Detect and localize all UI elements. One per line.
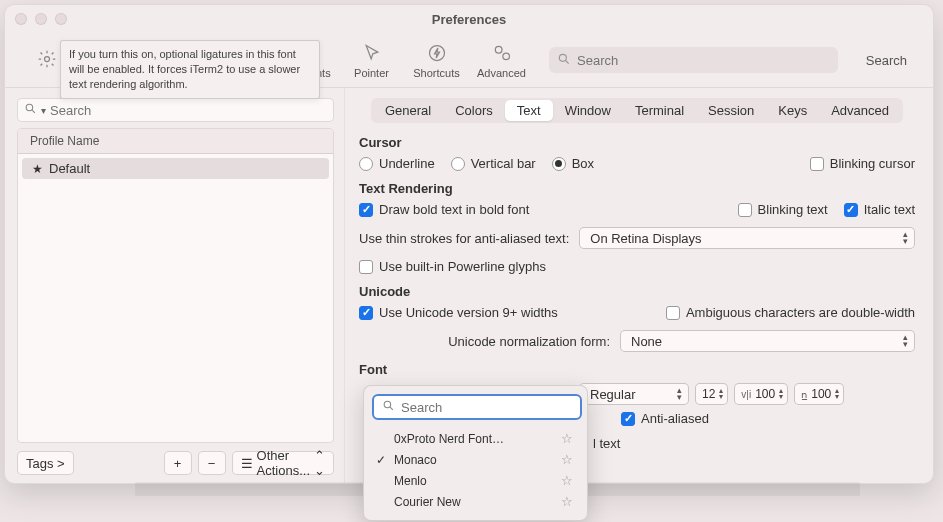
- bold-check[interactable]: Draw bold text in bold font: [359, 202, 529, 217]
- profiles-body: ★ Default: [18, 154, 333, 442]
- cursor-box-radio[interactable]: Box: [552, 156, 594, 171]
- svg-point-13: [384, 401, 391, 408]
- textrender-title: Text Rendering: [359, 181, 915, 196]
- menu-icon: ☰: [241, 456, 253, 471]
- unicode-norm-select[interactable]: None ▴▾: [620, 330, 915, 352]
- toolbar-item-pointer[interactable]: Pointer: [344, 41, 399, 79]
- tab-terminal[interactable]: Terminal: [623, 100, 696, 121]
- tab-keys[interactable]: Keys: [766, 100, 819, 121]
- char-width-stepper[interactable]: v|i 100 ▴▾: [734, 383, 788, 405]
- line-height-stepper[interactable]: n̲ 100 ▴▾: [794, 383, 844, 405]
- profiles-search-input[interactable]: [50, 103, 327, 118]
- tab-text[interactable]: Text: [505, 100, 553, 121]
- vertical-spacing-icon: n̲: [801, 389, 807, 400]
- chevron-updown-icon: ⌃⌄: [314, 448, 325, 478]
- unicode9-check[interactable]: Use Unicode version 9+ widths: [359, 305, 558, 320]
- add-profile-button[interactable]: +: [164, 451, 192, 475]
- toolbar-item-shortcuts[interactable]: Shortcuts: [409, 41, 464, 79]
- star-outline-icon[interactable]: ☆: [561, 473, 573, 488]
- star-outline-icon[interactable]: ☆: [561, 452, 573, 467]
- font-option[interactable]: ✓Monaco☆: [370, 449, 581, 470]
- unicode-norm-label: Unicode normalization form:: [448, 334, 610, 349]
- thin-strokes-label: Use thin strokes for anti-aliased text:: [359, 231, 569, 246]
- gear-icon: [35, 47, 59, 71]
- tab-session[interactable]: Session: [696, 100, 766, 121]
- thin-strokes-row: Use thin strokes for anti-aliased text: …: [359, 227, 915, 249]
- blinking-cursor-check[interactable]: Blinking cursor: [810, 156, 915, 171]
- bolt-icon: [425, 41, 449, 65]
- unicode-title: Unicode: [359, 284, 915, 299]
- toolbar-search-input[interactable]: [577, 53, 830, 68]
- search-icon: [24, 102, 37, 118]
- chevron-updown-icon: ▴▾: [903, 334, 908, 348]
- toolbar-search[interactable]: [549, 47, 838, 73]
- profiles-footer: Tags > + − ☰ Other Actions... ⌃⌄: [17, 451, 334, 475]
- check-icon: ✓: [376, 453, 386, 467]
- cursor-vertical-radio[interactable]: Vertical bar: [451, 156, 536, 171]
- font-search[interactable]: [372, 394, 582, 420]
- svg-point-10: [502, 53, 509, 60]
- star-outline-icon[interactable]: ☆: [561, 431, 573, 446]
- chevron-updown-icon: ▴▾: [677, 387, 682, 401]
- cursor-underline-radio[interactable]: Underline: [359, 156, 435, 171]
- font-option[interactable]: 0xProto Nerd Font…☆: [370, 428, 581, 449]
- font-list: 0xProto Nerd Font…☆ ✓Monaco☆ Menlo☆ Cour…: [364, 428, 587, 512]
- tab-general[interactable]: General: [373, 100, 443, 121]
- stepper-arrows-icon[interactable]: ▴▾: [719, 388, 723, 400]
- tab-advanced[interactable]: Advanced: [819, 100, 901, 121]
- profiles-header[interactable]: Profile Name: [18, 129, 333, 154]
- pointer-icon: [360, 41, 384, 65]
- svg-point-11: [559, 54, 566, 61]
- font-option[interactable]: Courier New☆: [370, 491, 581, 512]
- search-icon: [382, 399, 395, 415]
- font-size-stepper[interactable]: 12 ▴▾: [695, 383, 728, 405]
- cursor-title: Cursor: [359, 135, 915, 150]
- ambiguous-check[interactable]: Ambiguous characters are double-width: [666, 305, 915, 320]
- svg-point-12: [26, 104, 33, 111]
- svg-point-9: [495, 46, 502, 53]
- font-weight-select[interactable]: Regular ▴▾: [579, 383, 689, 405]
- window-title: Preferences: [5, 12, 933, 27]
- profiles-table: Profile Name ★ Default: [17, 128, 334, 443]
- font-search-input[interactable]: [401, 400, 572, 415]
- svg-point-0: [44, 57, 49, 62]
- toolbar-item-advanced[interactable]: Advanced: [474, 41, 529, 79]
- truncated-text: l text: [593, 436, 620, 451]
- settings-tabs: General Colors Text Window Terminal Sess…: [371, 98, 903, 123]
- toolbar-search-label: Search: [866, 53, 907, 68]
- tags-button[interactable]: Tags >: [17, 451, 74, 475]
- remove-profile-button[interactable]: −: [198, 451, 226, 475]
- font-title: Font: [359, 362, 915, 377]
- textrender-row1: Draw bold text in bold font Blinking tex…: [359, 202, 915, 217]
- profiles-sidebar: ▾ Profile Name ★ Default Tags > + − ☰: [5, 88, 345, 483]
- thin-strokes-select[interactable]: On Retina Displays ▴▾: [579, 227, 915, 249]
- stepper-arrows-icon[interactable]: ▴▾: [779, 388, 783, 400]
- italic-check[interactable]: Italic text: [844, 202, 915, 217]
- profile-row[interactable]: ★ Default: [22, 158, 329, 179]
- horizontal-spacing-icon: v|i: [741, 389, 751, 400]
- svg-point-8: [429, 46, 444, 61]
- search-icon: [557, 52, 571, 69]
- unicode-norm-row: Unicode normalization form: None ▴▾: [359, 330, 915, 352]
- chevron-down-icon[interactable]: ▾: [41, 105, 46, 116]
- profile-row-name: Default: [49, 161, 90, 176]
- powerline-check[interactable]: Use built-in Powerline glyphs: [359, 259, 546, 274]
- ligatures-tooltip: If you turn this on, optional ligatures …: [60, 40, 320, 99]
- font-picker-popup: 0xProto Nerd Font…☆ ✓Monaco☆ Menlo☆ Cour…: [363, 385, 588, 521]
- unicode-row1: Use Unicode version 9+ widths Ambiguous …: [359, 305, 915, 320]
- tab-window[interactable]: Window: [553, 100, 623, 121]
- profiles-search[interactable]: ▾: [17, 98, 334, 122]
- blinking-text-check[interactable]: Blinking text: [738, 202, 828, 217]
- powerline-row: Use built-in Powerline glyphs: [359, 259, 915, 274]
- chevron-updown-icon: ▴▾: [903, 231, 908, 245]
- tab-colors[interactable]: Colors: [443, 100, 505, 121]
- gears-icon: [490, 41, 514, 65]
- titlebar: Preferences: [5, 5, 933, 33]
- stepper-arrows-icon[interactable]: ▴▾: [835, 388, 839, 400]
- antialiased-check[interactable]: Anti-aliased: [621, 411, 709, 426]
- star-outline-icon[interactable]: ☆: [561, 494, 573, 509]
- font-option[interactable]: Menlo☆: [370, 470, 581, 491]
- star-icon: ★: [32, 162, 43, 176]
- other-actions-select[interactable]: ☰ Other Actions... ⌃⌄: [232, 451, 334, 475]
- cursor-row: Underline Vertical bar Box Blinking curs…: [359, 156, 915, 171]
